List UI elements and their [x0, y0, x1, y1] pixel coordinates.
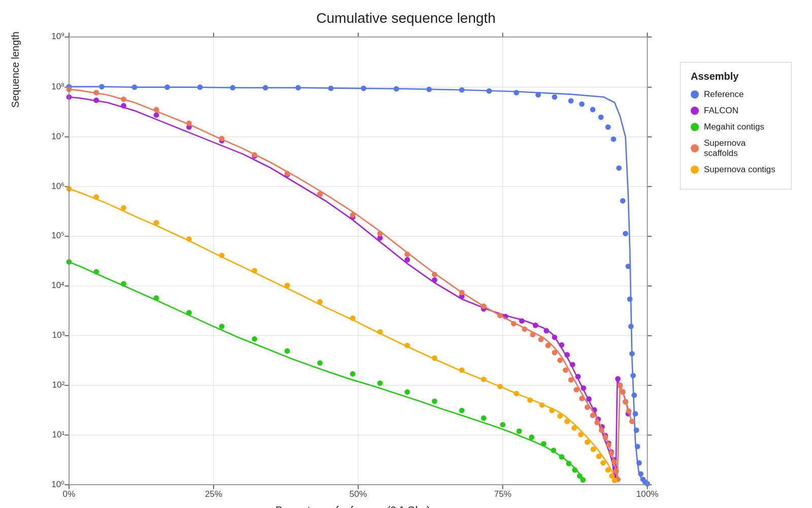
svg-point-83 — [611, 136, 616, 142]
svg-point-161 — [545, 343, 551, 348]
svg-point-230 — [517, 429, 522, 434]
svg-point-93 — [632, 411, 638, 417]
svg-point-217 — [154, 295, 159, 301]
legend-item-falcon: FALCON — [691, 106, 781, 116]
svg-point-88 — [627, 296, 633, 302]
svg-point-160 — [538, 337, 544, 342]
y-axis-label: Sequence length — [5, 31, 25, 108]
svg-point-219 — [219, 324, 225, 329]
svg-point-69 — [328, 85, 334, 91]
svg-point-62 — [99, 84, 105, 89]
svg-point-92 — [631, 393, 637, 398]
svg-point-117 — [519, 318, 525, 324]
svg-point-89 — [628, 324, 634, 329]
svg-point-172 — [602, 434, 608, 440]
svg-point-80 — [590, 107, 596, 112]
svg-point-193 — [377, 329, 383, 335]
svg-text:10³: 10³ — [52, 330, 65, 340]
svg-point-66 — [230, 85, 235, 90]
legend-item-supernova-scaffolds: Supernova scaffolds — [691, 138, 781, 158]
svg-point-152 — [404, 251, 410, 257]
svg-point-197 — [481, 376, 487, 382]
legend-dot-megahit — [691, 123, 699, 131]
legend-item-megahit: Megahit contigs — [691, 122, 781, 132]
svg-point-150 — [350, 212, 356, 218]
svg-point-147 — [252, 152, 257, 158]
svg-point-149 — [317, 192, 323, 197]
svg-point-194 — [404, 343, 410, 348]
svg-point-122 — [564, 352, 570, 358]
svg-point-154 — [459, 290, 465, 295]
svg-point-187 — [186, 236, 192, 242]
svg-point-126 — [586, 396, 592, 402]
svg-point-120 — [552, 335, 557, 340]
svg-point-228 — [481, 416, 487, 421]
svg-point-165 — [568, 377, 574, 383]
svg-point-205 — [571, 425, 577, 431]
svg-point-86 — [623, 231, 628, 236]
legend-label-reference: Reference — [704, 89, 743, 100]
svg-point-238 — [580, 477, 586, 483]
svg-text:10⁷: 10⁷ — [51, 131, 64, 141]
chart-container: Cumulative sequence length Sequence leng… — [0, 0, 812, 508]
svg-point-82 — [605, 124, 611, 130]
svg-point-145 — [186, 120, 192, 126]
svg-point-207 — [585, 439, 590, 445]
svg-point-156 — [497, 313, 503, 319]
svg-point-236 — [572, 467, 578, 473]
svg-point-84 — [616, 165, 622, 171]
svg-text:0%: 0% — [63, 489, 76, 499]
svg-point-188 — [219, 252, 225, 258]
svg-point-208 — [591, 447, 596, 452]
svg-point-231 — [529, 434, 534, 440]
svg-point-104 — [154, 112, 159, 118]
svg-text:50%: 50% — [350, 489, 367, 499]
svg-point-232 — [541, 441, 547, 447]
svg-point-119 — [544, 328, 549, 334]
svg-point-125 — [581, 386, 586, 391]
svg-point-178 — [617, 383, 623, 388]
svg-point-179 — [620, 389, 626, 395]
svg-point-189 — [252, 268, 257, 273]
svg-point-67 — [263, 85, 268, 90]
svg-point-233 — [551, 448, 556, 453]
svg-point-123 — [570, 362, 576, 367]
svg-point-169 — [590, 412, 596, 418]
svg-point-223 — [350, 371, 356, 377]
svg-point-144 — [154, 107, 159, 112]
svg-point-87 — [626, 264, 631, 269]
svg-text:10⁸: 10⁸ — [51, 81, 64, 91]
svg-point-63 — [132, 84, 138, 90]
legend-panel: Assembly Reference FALCON Megahit contig… — [680, 62, 792, 189]
svg-point-64 — [164, 84, 170, 90]
svg-point-103 — [121, 103, 126, 109]
svg-point-211 — [605, 467, 611, 473]
svg-point-226 — [432, 398, 437, 404]
svg-point-78 — [568, 98, 574, 104]
legend-dot-falcon — [691, 107, 699, 115]
svg-point-148 — [285, 171, 290, 176]
svg-point-174 — [608, 451, 614, 456]
svg-point-166 — [573, 387, 579, 393]
svg-point-74 — [486, 88, 492, 94]
svg-point-173 — [606, 442, 612, 448]
svg-point-142 — [93, 90, 99, 96]
svg-point-213 — [612, 478, 618, 483]
svg-point-121 — [559, 342, 564, 348]
svg-point-113 — [432, 277, 437, 283]
svg-text:10¹: 10¹ — [52, 429, 65, 439]
svg-point-136 — [615, 376, 621, 382]
svg-text:10⁵: 10⁵ — [51, 230, 64, 240]
svg-point-164 — [563, 367, 568, 373]
svg-point-171 — [599, 427, 604, 433]
svg-point-112 — [404, 257, 410, 263]
svg-point-191 — [317, 299, 323, 305]
svg-point-167 — [579, 396, 585, 401]
svg-point-79 — [579, 102, 585, 107]
svg-point-71 — [394, 86, 399, 92]
svg-point-90 — [629, 351, 635, 357]
svg-point-143 — [121, 97, 126, 102]
svg-point-224 — [377, 380, 383, 386]
svg-point-215 — [93, 269, 99, 275]
svg-point-225 — [404, 389, 410, 395]
